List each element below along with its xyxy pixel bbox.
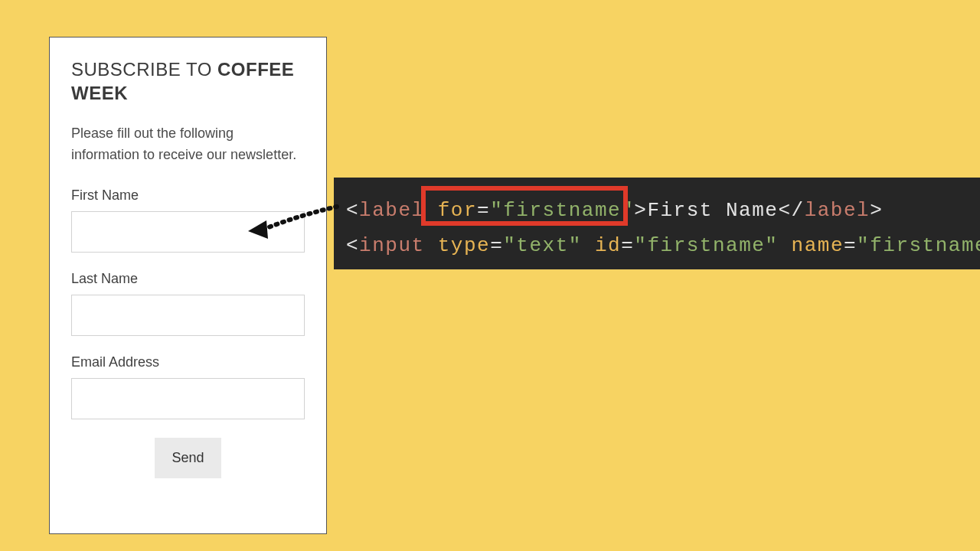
form-title: SUBSCRIBE TO COFFEE WEEK <box>71 57 305 105</box>
code-token <box>582 234 595 257</box>
code-line-2: <input type="text" id="firstname" name="… <box>346 228 968 263</box>
code-token: input <box>359 234 425 257</box>
form-title-prefix: SUBSCRIBE TO <box>71 59 217 80</box>
code-token: < <box>346 199 359 222</box>
send-row: Send <box>71 438 305 478</box>
last-name-input[interactable] <box>71 295 305 336</box>
code-token: = <box>490 234 503 257</box>
code-token: > <box>870 199 883 222</box>
email-field: Email Address <box>71 354 305 419</box>
code-token: </ <box>778 199 804 222</box>
code-token: for <box>438 199 477 222</box>
code-snippet-panel: <label for="firstname">First Name</label… <box>334 178 980 269</box>
code-token: = <box>621 234 634 257</box>
send-button[interactable]: Send <box>155 438 220 478</box>
code-token <box>425 199 438 222</box>
code-token: id <box>595 234 621 257</box>
code-token: label <box>359 199 425 222</box>
code-token: = <box>844 234 857 257</box>
first-name-label: First Name <box>71 187 305 204</box>
first-name-input[interactable] <box>71 211 305 253</box>
code-token: name <box>792 234 844 257</box>
code-token: > <box>634 199 647 222</box>
code-token <box>425 234 438 257</box>
code-token: type <box>438 234 490 257</box>
code-token <box>778 234 791 257</box>
code-token: First Name <box>647 199 778 222</box>
subscribe-form-card: SUBSCRIBE TO COFFEE WEEK Please fill out… <box>49 37 327 534</box>
email-input[interactable] <box>71 378 305 419</box>
last-name-field: Last Name <box>71 271 305 336</box>
email-label: Email Address <box>71 354 305 370</box>
code-token: "firstname" <box>490 199 634 222</box>
code-token: "text" <box>503 234 582 257</box>
code-token: "firstname" <box>634 234 778 257</box>
code-token: "firstname" <box>857 234 980 257</box>
code-token: < <box>346 234 359 257</box>
code-token: = <box>477 199 490 222</box>
code-token: label <box>805 199 871 222</box>
first-name-field: First Name <box>71 187 305 253</box>
code-line-1: <label for="firstname">First Name</label… <box>346 193 968 228</box>
form-description: Please fill out the following informatio… <box>71 123 305 166</box>
last-name-label: Last Name <box>71 271 305 287</box>
